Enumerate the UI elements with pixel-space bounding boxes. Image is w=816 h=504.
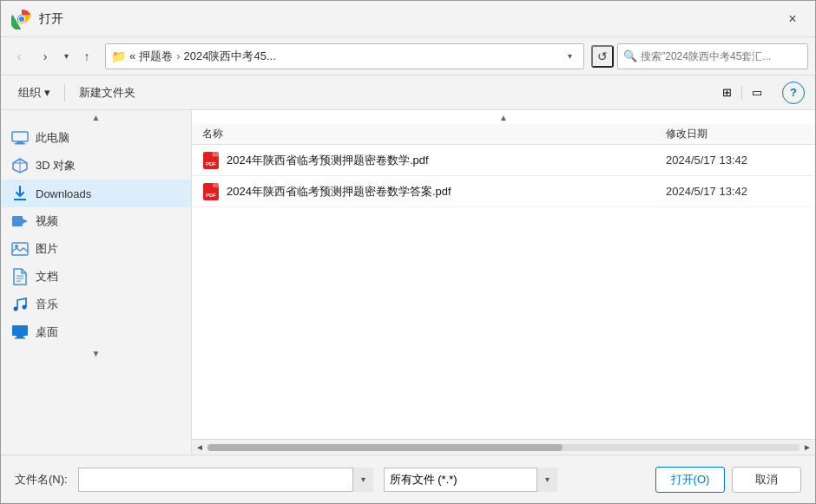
main-area: ▲ 此电脑 [1, 110, 815, 455]
sidebar-item-desktop[interactable]: 桌面 [1, 318, 191, 346]
svg-rect-21 [15, 337, 25, 339]
app-icon [11, 9, 32, 29]
svg-point-18 [23, 305, 27, 310]
dialog-title: 打开 [39, 11, 780, 27]
sidebar-item-pictures[interactable]: 图片 [1, 235, 191, 263]
address-sep-1: › [176, 49, 180, 62]
file-row-2-filename: 2024年陕西省临考预测押题密卷数学答案.pdf [227, 184, 451, 200]
search-icon: 🔍 [623, 49, 637, 62]
address-dropdown[interactable]: ▾ [561, 44, 578, 69]
file-area: ▲ 名称 修改日期 PDF [192, 110, 815, 455]
sidebar-scroll-up[interactable]: ▲ [1, 110, 191, 124]
filename-input-wrap: ▾ [78, 468, 373, 492]
close-button[interactable]: × [780, 7, 805, 31]
filename-input[interactable] [78, 468, 373, 492]
documents-label: 文档 [36, 269, 58, 285]
folder-icon: 📁 [111, 49, 126, 63]
downloads-label: Downloads [36, 187, 91, 200]
svg-rect-26 [213, 183, 219, 187]
nav-bar: ‹ › ▾ ↑ 📁 « 押题卷 › 2024陕西中考45... ▾ ↺ 🔍 [1, 37, 815, 75]
file-row-1-date: 2024/5/17 13:42 [666, 154, 805, 167]
sidebar-item-this-pc[interactable]: 此电脑 [1, 124, 191, 152]
svg-rect-4 [16, 141, 23, 143]
organize-button[interactable]: 组织 ▾ [11, 81, 57, 105]
svg-point-2 [19, 16, 24, 22]
3d-objects-icon [11, 157, 29, 174]
hscroll-left[interactable]: ◄ [192, 440, 207, 455]
sidebar-item-music[interactable]: 音乐 [1, 291, 191, 318]
toolbar-separator [64, 84, 65, 101]
svg-rect-20 [16, 336, 23, 337]
view-pane-button[interactable]: ▭ [746, 82, 768, 104]
address-bar[interactable]: 📁 « 押题卷 › 2024陕西中考45... ▾ [105, 43, 584, 69]
bottom-bar: 文件名(N): ▾ 所有文件 (*.*) ▾ 打开(O) 取消 [1, 455, 815, 503]
file-list: 名称 修改日期 PDF 2024年陕西省临考预测押 [192, 124, 815, 439]
file-row-1-name: PDF 2024年陕西省临考预测押题密卷数学.pdf [202, 152, 666, 169]
sidebar-item-documents[interactable]: 文档 [1, 263, 191, 291]
search-bar[interactable]: 🔍 [617, 43, 808, 69]
view-grid-button[interactable]: ⊞ [715, 82, 738, 104]
pdf-icon-1: PDF [202, 152, 220, 169]
sidebar-item-videos[interactable]: 视频 [1, 207, 191, 235]
svg-text:PDF: PDF [206, 193, 216, 198]
file-area-scroll-up[interactable]: ▲ [192, 110, 815, 124]
svg-rect-3 [12, 132, 28, 141]
file-row-2-date: 2024/5/17 13:42 [666, 185, 805, 198]
open-button[interactable]: 打开(O) [655, 467, 725, 493]
file-row-1-filename: 2024年陕西省临考预测押题密卷数学.pdf [227, 153, 429, 168]
music-label: 音乐 [36, 297, 58, 312]
filetype-select[interactable]: 所有文件 (*.*) [384, 468, 557, 492]
file-row-1[interactable]: PDF 2024年陕西省临考预测押题密卷数学.pdf 2024/5/17 13:… [192, 145, 815, 176]
pdf-icon-2: PDF [202, 183, 220, 200]
filename-dropdown[interactable]: ▾ [352, 468, 373, 492]
svg-rect-5 [15, 143, 25, 145]
view-buttons: ⊞ ▭ [715, 82, 768, 104]
videos-label: 视频 [36, 213, 58, 229]
back-button[interactable]: ‹ [8, 45, 30, 68]
refresh-button[interactable]: ↺ [591, 45, 614, 68]
nav-history-dropdown[interactable]: ▾ [60, 45, 72, 68]
svg-text:PDF: PDF [206, 161, 216, 167]
svg-rect-23 [213, 152, 219, 156]
3d-objects-label: 3D 对象 [36, 158, 76, 173]
downloads-icon [11, 185, 29, 202]
this-pc-label: 此电脑 [36, 130, 69, 146]
open-dialog: 打开 × ‹ › ▾ ↑ 📁 « 押题卷 › 2024陕西中考45... ▾ ↺… [0, 0, 816, 504]
file-list-header: 名称 修改日期 [192, 124, 815, 145]
new-folder-button[interactable]: 新建文件夹 [72, 81, 142, 105]
file-row-2[interactable]: PDF 2024年陕西省临考预测押题密卷数学答案.pdf 2024/5/17 1… [192, 176, 815, 207]
sidebar-scroll-down[interactable]: ▼ [1, 346, 191, 360]
pictures-label: 图片 [36, 241, 58, 257]
address-path: « 押题卷 › 2024陕西中考45... [129, 49, 557, 64]
header-date[interactable]: 修改日期 [666, 127, 805, 141]
sidebar-item-3d-objects[interactable]: 3D 对象 [1, 152, 191, 180]
music-icon [11, 296, 29, 313]
header-name[interactable]: 名称 [202, 127, 666, 141]
up-button[interactable]: ↑ [76, 45, 98, 68]
sidebar: ▲ 此电脑 [1, 110, 192, 455]
svg-marker-11 [23, 219, 28, 224]
forward-button[interactable]: › [34, 45, 56, 68]
toolbar: 组织 ▾ 新建文件夹 ⊞ ▭ ? [1, 75, 815, 110]
search-input[interactable] [641, 50, 802, 62]
svg-rect-19 [12, 325, 28, 336]
address-part-1: « [129, 49, 135, 62]
hscroll-thumb [207, 444, 563, 451]
filename-label: 文件名(N): [15, 472, 68, 488]
filetype-wrap: 所有文件 (*.*) ▾ [384, 468, 557, 492]
sidebar-item-downloads[interactable]: Downloads [1, 180, 191, 207]
videos-icon [11, 213, 29, 230]
hscroll-track[interactable] [207, 444, 800, 451]
desktop-label: 桌面 [36, 324, 58, 340]
help-button[interactable]: ? [782, 82, 805, 104]
bottom-buttons: 打开(O) 取消 [655, 467, 801, 493]
file-row-2-name: PDF 2024年陕西省临考预测押题密卷数学答案.pdf [202, 183, 666, 200]
pictures-icon [11, 240, 29, 258]
hscroll-area: ◄ ► [192, 439, 815, 455]
svg-rect-10 [12, 216, 23, 226]
address-part-2: 押题卷 [139, 49, 173, 64]
documents-icon [11, 268, 29, 285]
view-separator [741, 86, 742, 100]
hscroll-right[interactable]: ► [800, 440, 815, 455]
cancel-button[interactable]: 取消 [732, 467, 801, 493]
